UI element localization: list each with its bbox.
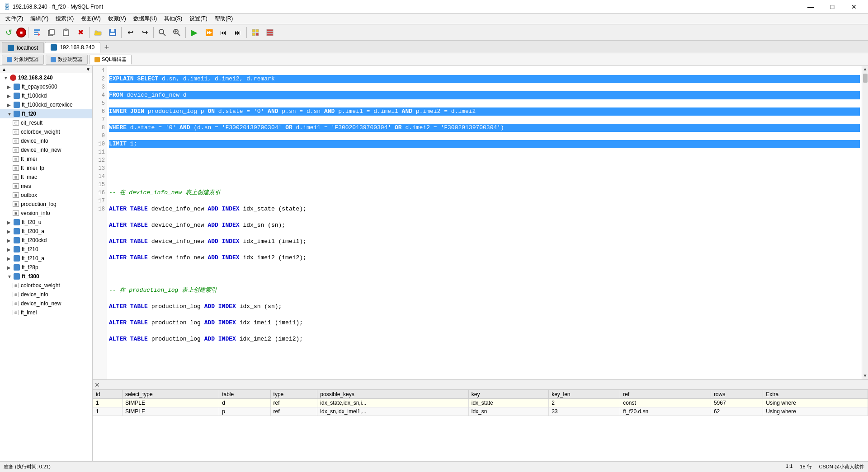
window-title: 192.168.8.240 - ft_f20 - MySQL-Front (13, 4, 103, 10)
last-button[interactable]: ⏭ (231, 26, 245, 39)
menu-favorites[interactable]: 收藏(V) (104, 14, 130, 24)
sidebar-item-production-log[interactable]: ⊞ production_log (0, 200, 92, 209)
run-button[interactable]: ▶ (188, 26, 201, 39)
col-header-key-len[interactable]: key_len (549, 390, 620, 399)
undo-button[interactable]: ↩ (123, 26, 137, 39)
sidebar-item-epaypos600[interactable]: ▶ ft_epaypos600 (0, 82, 92, 91)
sql-editor[interactable]: 12345 678910 1112131415 161718 EXPLAIN S… (93, 66, 868, 380)
paste-button[interactable] (59, 26, 73, 39)
brand-text: CSDN @小黄人软件 (819, 463, 864, 470)
code-content[interactable]: EXPLAIN SELECT d.sn, d.imei1, d.imei2, d… (107, 66, 862, 379)
add-tab-button[interactable]: + (101, 42, 112, 53)
sql-editor-button[interactable]: SQL编辑器 (90, 55, 132, 65)
cell-key-1: idx_state (468, 399, 548, 407)
sidebar-item-f100ckd[interactable]: ▶ ft_f100ckd (0, 91, 92, 100)
sidebar-item-ft-f210-a[interactable]: ▶ ft_f210_a (0, 254, 92, 263)
tab-localhost[interactable]: localhost (2, 42, 44, 53)
scroll-up-arrow[interactable]: ▲ (863, 66, 867, 73)
step-button[interactable]: ⏩ (202, 26, 216, 39)
menu-view[interactable]: 视图(W) (77, 14, 104, 24)
menu-search[interactable]: 搜索(X) (52, 14, 77, 24)
sidebar-item-mes[interactable]: ⊞ mes (0, 182, 92, 191)
code-line-8: -- 在 device_info_new 表上创建索引 (109, 189, 860, 197)
svg-rect-16 (252, 29, 255, 32)
code-line-1: EXPLAIN SELECT d.sn, d.imei1, d.imei2, d… (109, 75, 860, 83)
menu-other[interactable]: 其他(S) (160, 14, 186, 24)
delete-button[interactable]: ✖ (74, 26, 87, 39)
result-table-wrap[interactable]: id select_type table type possible_keys … (93, 390, 868, 461)
result-close-button[interactable]: ✕ (94, 381, 100, 388)
sql-editor-icon (94, 57, 100, 62)
result-row-2[interactable]: 1 SIMPLE p ref idx_sn,idx_imei1,... idx_… (93, 407, 868, 416)
sidebar-item-ft-f20[interactable]: ▼ ft_f20 (0, 109, 92, 118)
scroll-down-arrow[interactable]: ▼ (863, 373, 867, 379)
maximize-button[interactable]: □ (822, 0, 843, 14)
sidebar-item-ft-mac[interactable]: ⊞ ft_mac (0, 173, 92, 182)
menu-edit[interactable]: 编辑(Y) (27, 14, 52, 24)
sidebar-scroll-up[interactable]: ▲ (2, 67, 6, 72)
close-button[interactable]: ✕ (844, 0, 864, 14)
sidebar-item-ft-imei-fp[interactable]: ⊞ ft_imei_fp (0, 164, 92, 173)
col-header-ref[interactable]: ref (620, 390, 711, 399)
col-header-table[interactable]: table (219, 390, 270, 399)
sidebar-item-cit-result[interactable]: ⊞ cit_result (0, 118, 92, 127)
refresh-button[interactable]: ↺ (2, 26, 15, 39)
col-header-type[interactable]: type (270, 390, 317, 399)
cell-id-2: 1 (93, 407, 123, 416)
filter-button[interactable] (156, 26, 169, 39)
scroll-thumb[interactable] (863, 74, 868, 83)
object-browser-button[interactable]: 对象浏览器 (2, 55, 44, 65)
copy-button[interactable] (45, 26, 58, 39)
tab-192-168-8-240[interactable]: 192.168.8.240 (45, 42, 100, 53)
grid1-button[interactable] (249, 26, 262, 39)
col-header-possible-keys[interactable]: possible_keys (317, 390, 468, 399)
sidebar-item-device-info[interactable]: ⊞ device_info (0, 136, 92, 145)
result-row-1[interactable]: 1 SIMPLE d ref idx_state,idx_sn,i... idx… (93, 399, 868, 407)
sidebar-item-f300-ft-imei[interactable]: ⊞ ft_imei (0, 308, 92, 317)
sidebar-item-ft-f200ckd[interactable]: ▶ ft_f200ckd (0, 236, 92, 245)
col-header-rows[interactable]: rows (711, 390, 763, 399)
sidebar-item-colorbox-weight[interactable]: ⊞ colorbox_weight (0, 127, 92, 136)
grid2-button[interactable] (263, 26, 277, 39)
ft-f200-a-label: ft_f200_a (22, 228, 44, 234)
sidebar-item-ft-f28p[interactable]: ▶ ft_f28p (0, 263, 92, 272)
sidebar-item-f100ckd-cortex[interactable]: ▶ ft_f100ckd_cortexlice (0, 100, 92, 109)
cell-table-2: p (219, 407, 270, 416)
menu-help[interactable]: 帮助(R) (211, 14, 237, 24)
ft-imei-fp-icon: ⊞ (13, 165, 19, 171)
redo-button[interactable]: ↪ (138, 26, 151, 39)
open-button[interactable] (91, 26, 105, 39)
sidebar-item-ft-imei[interactable]: ⊞ ft_imei (0, 154, 92, 164)
menu-database[interactable]: 数据库(U) (130, 14, 161, 24)
code-line-6 (109, 156, 860, 164)
sidebar-item-ft-f300[interactable]: ▼ ft_f300 (0, 272, 92, 281)
button-3[interactable] (30, 26, 44, 39)
sidebar-item-ft-f210[interactable]: ▶ ft_f210 (0, 245, 92, 254)
col-header-extra[interactable]: Extra (763, 390, 868, 399)
col-header-key[interactable]: key (468, 390, 548, 399)
sidebar-scroll-down[interactable]: ▼ (86, 67, 90, 72)
data-browser-button[interactable]: 数据浏览器 (46, 55, 88, 65)
menu-settings[interactable]: 设置(T) (186, 14, 211, 24)
col-header-id[interactable]: id (93, 390, 123, 399)
first-button[interactable]: ⏮ (217, 26, 230, 39)
sidebar-item-f300-colorbox[interactable]: ⊞ colorbox_weight (0, 281, 92, 290)
save-button[interactable] (106, 26, 119, 39)
sidebar-item-device-info-new[interactable]: ⊞ device_info_new (0, 145, 92, 154)
sidebar-item-ft-f200-a[interactable]: ▶ ft_f200_a (0, 227, 92, 236)
sidebar-item-server[interactable]: ▼ 192.168.8.240 (0, 73, 92, 82)
app-icon: 🗄 (4, 3, 10, 10)
sidebar-item-f300-device-info[interactable]: ⊞ device_info (0, 290, 92, 299)
minimize-button[interactable]: — (800, 0, 821, 14)
sidebar-item-version-info[interactable]: ⊞ version_info (0, 209, 92, 218)
svg-rect-4 (50, 29, 54, 35)
menu-file[interactable]: 文件(Z) (2, 14, 27, 24)
sidebar-item-outbox[interactable]: ⊞ outbox (0, 191, 92, 200)
editor-scrollbar[interactable]: ▲ ▼ (862, 66, 868, 379)
filter2-button[interactable] (170, 26, 184, 39)
code-line-18 (109, 351, 860, 360)
sidebar-item-f300-device-info-new[interactable]: ⊞ device_info_new (0, 299, 92, 308)
col-header-select-type[interactable]: select_type (122, 390, 219, 399)
sidebar-item-ft-f20-u[interactable]: ▶ ft_f20_u (0, 218, 92, 227)
stop-button[interactable]: ■ (16, 28, 26, 37)
